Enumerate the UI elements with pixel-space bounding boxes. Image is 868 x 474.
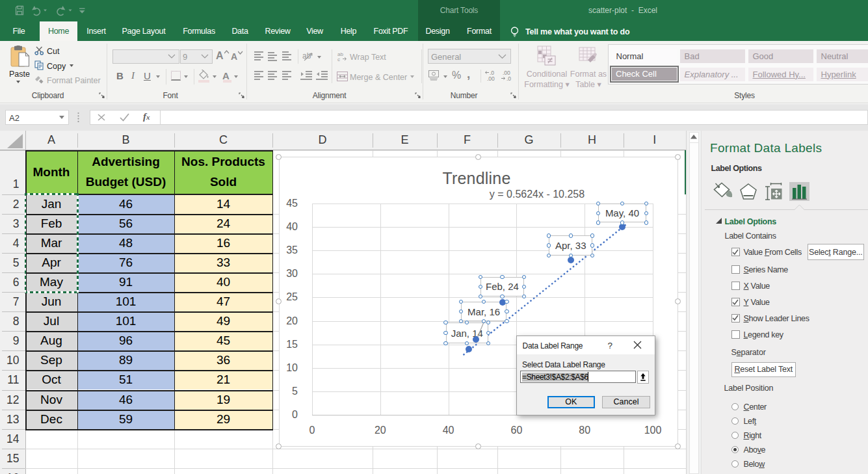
svg-text:.00: .00 — [487, 75, 495, 81]
svg-text:ab: ab — [302, 51, 311, 60]
svg-text:c: c — [337, 57, 340, 61]
